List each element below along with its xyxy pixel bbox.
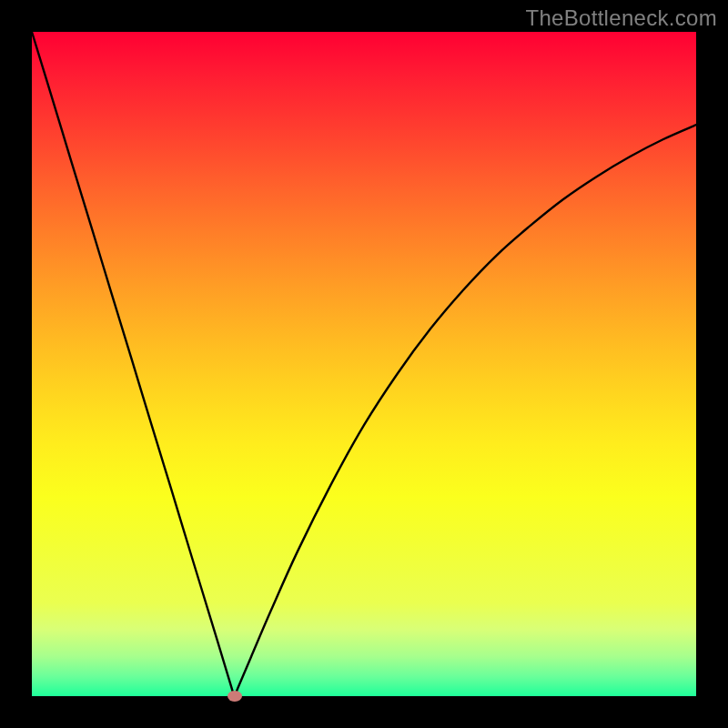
watermark-text: TheBottleneck.com [525, 5, 717, 31]
curve-path [32, 32, 696, 696]
bottleneck-curve [32, 32, 696, 696]
chart-frame: TheBottleneck.com [0, 0, 728, 728]
plot-area [32, 32, 696, 696]
optimum-marker [228, 691, 242, 702]
